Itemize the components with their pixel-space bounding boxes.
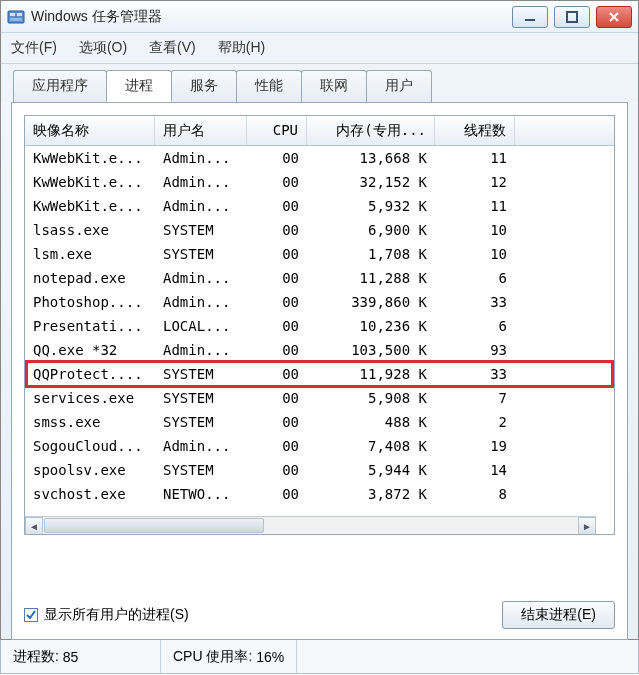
menu-help[interactable]: 帮助(H) bbox=[214, 37, 269, 59]
cell-thr: 11 bbox=[435, 196, 515, 216]
tab-applications[interactable]: 应用程序 bbox=[13, 70, 107, 102]
table-row[interactable]: SogouCloud...Admin...007,408 K19 bbox=[25, 434, 614, 458]
menu-file[interactable]: 文件(F) bbox=[7, 37, 61, 59]
end-process-button[interactable]: 结束进程(E) bbox=[502, 601, 615, 629]
close-button[interactable] bbox=[596, 6, 632, 28]
cell-thr: 33 bbox=[435, 364, 515, 384]
col-user[interactable]: 用户名 bbox=[155, 116, 247, 145]
cell-thr: 7 bbox=[435, 388, 515, 408]
cell-user: SYSTEM bbox=[155, 244, 247, 264]
scroll-track[interactable] bbox=[265, 517, 578, 534]
show-all-users-area[interactable]: 显示所有用户的进程(S) bbox=[24, 606, 189, 624]
svg-rect-5 bbox=[567, 12, 577, 22]
cell-cpu: 00 bbox=[247, 340, 307, 360]
cell-mem: 6,900 K bbox=[307, 220, 435, 240]
maximize-button[interactable] bbox=[554, 6, 590, 28]
titlebar[interactable]: Windows 任务管理器 bbox=[1, 1, 638, 33]
svg-rect-0 bbox=[8, 11, 24, 23]
cell-name: notepad.exe bbox=[25, 268, 155, 288]
cell-mem: 3,872 K bbox=[307, 484, 435, 504]
col-image-name[interactable]: 映像名称 bbox=[25, 116, 155, 145]
cell-thr: 8 bbox=[435, 484, 515, 504]
scroll-right-arrow[interactable]: ► bbox=[578, 517, 596, 535]
cell-user: Admin... bbox=[155, 196, 247, 216]
cell-name: KwWebKit.e... bbox=[25, 172, 155, 192]
cell-mem: 32,152 K bbox=[307, 172, 435, 192]
cell-cpu: 00 bbox=[247, 220, 307, 240]
tab-networking[interactable]: 联网 bbox=[301, 70, 367, 102]
cell-thr: 19 bbox=[435, 436, 515, 456]
status-cpu-usage: CPU 使用率: 16% bbox=[161, 640, 297, 673]
cell-cpu: 00 bbox=[247, 172, 307, 192]
cell-mem: 7,408 K bbox=[307, 436, 435, 456]
window-controls bbox=[512, 6, 632, 28]
statusbar: 进程数: 85 CPU 使用率: 16% bbox=[0, 640, 639, 674]
tabbar: 应用程序 进程 服务 性能 联网 用户 bbox=[1, 64, 638, 102]
table-row[interactable]: spoolsv.exeSYSTEM005,944 K14 bbox=[25, 458, 614, 482]
menu-options[interactable]: 选项(O) bbox=[75, 37, 131, 59]
col-memory[interactable]: 内存(专用... bbox=[307, 116, 435, 145]
cell-user: Admin... bbox=[155, 268, 247, 288]
table-body[interactable]: KwWebKit.e...Admin...0013,668 K11KwWebKi… bbox=[25, 146, 614, 506]
minimize-button[interactable] bbox=[512, 6, 548, 28]
cell-mem: 488 K bbox=[307, 412, 435, 432]
table-row[interactable]: KwWebKit.e...Admin...005,932 K11 bbox=[25, 194, 614, 218]
cell-name: QQ.exe *32 bbox=[25, 340, 155, 360]
col-cpu[interactable]: CPU bbox=[247, 116, 307, 145]
tab-performance[interactable]: 性能 bbox=[236, 70, 302, 102]
table-row[interactable]: Presentati...LOCAL...0010,236 K6 bbox=[25, 314, 614, 338]
cell-cpu: 00 bbox=[247, 364, 307, 384]
table-row[interactable]: QQProtect....SYSTEM0011,928 K33 bbox=[25, 362, 614, 386]
panel-bottom: 显示所有用户的进程(S) 结束进程(E) bbox=[24, 601, 615, 629]
table-row[interactable]: svchost.exeNETWO...003,872 K8 bbox=[25, 482, 614, 506]
cell-mem: 13,668 K bbox=[307, 148, 435, 168]
cell-cpu: 00 bbox=[247, 484, 307, 504]
cell-name: KwWebKit.e... bbox=[25, 148, 155, 168]
horizontal-scrollbar[interactable]: ◄ ► bbox=[25, 516, 596, 534]
table-row[interactable]: QQ.exe *32Admin...00103,500 K93 bbox=[25, 338, 614, 362]
cell-mem: 11,928 K bbox=[307, 364, 435, 384]
cell-name: Presentati... bbox=[25, 316, 155, 336]
scroll-thumb[interactable] bbox=[44, 518, 264, 533]
cell-thr: 6 bbox=[435, 316, 515, 336]
cell-cpu: 00 bbox=[247, 436, 307, 456]
cell-mem: 5,932 K bbox=[307, 196, 435, 216]
show-all-users-checkbox[interactable] bbox=[24, 608, 38, 622]
cell-thr: 11 bbox=[435, 148, 515, 168]
cell-mem: 5,944 K bbox=[307, 460, 435, 480]
menu-view[interactable]: 查看(V) bbox=[145, 37, 200, 59]
table-row[interactable]: services.exeSYSTEM005,908 K7 bbox=[25, 386, 614, 410]
cell-mem: 11,288 K bbox=[307, 268, 435, 288]
table-row[interactable]: KwWebKit.e...Admin...0032,152 K12 bbox=[25, 170, 614, 194]
cell-user: Admin... bbox=[155, 340, 247, 360]
table-row[interactable]: lsm.exeSYSTEM001,708 K10 bbox=[25, 242, 614, 266]
cell-name: KwWebKit.e... bbox=[25, 196, 155, 216]
table-row[interactable]: lsass.exeSYSTEM006,900 K10 bbox=[25, 218, 614, 242]
window-title: Windows 任务管理器 bbox=[31, 8, 162, 26]
table-header: 映像名称 用户名 CPU 内存(专用... 线程数 bbox=[25, 116, 614, 146]
table-row[interactable]: notepad.exeAdmin...0011,288 K6 bbox=[25, 266, 614, 290]
tab-users[interactable]: 用户 bbox=[366, 70, 432, 102]
tab-services[interactable]: 服务 bbox=[171, 70, 237, 102]
cell-thr: 6 bbox=[435, 268, 515, 288]
cell-cpu: 00 bbox=[247, 268, 307, 288]
scroll-left-arrow[interactable]: ◄ bbox=[25, 517, 43, 535]
table-row[interactable]: KwWebKit.e...Admin...0013,668 K11 bbox=[25, 146, 614, 170]
cell-cpu: 00 bbox=[247, 388, 307, 408]
table-row[interactable]: Photoshop....Admin...00339,860 K33 bbox=[25, 290, 614, 314]
cell-user: SYSTEM bbox=[155, 412, 247, 432]
tab-processes[interactable]: 进程 bbox=[106, 70, 172, 102]
cell-thr: 2 bbox=[435, 412, 515, 432]
cell-cpu: 00 bbox=[247, 148, 307, 168]
cell-mem: 339,860 K bbox=[307, 292, 435, 312]
svg-rect-2 bbox=[17, 13, 22, 16]
cell-cpu: 00 bbox=[247, 412, 307, 432]
table-row[interactable]: smss.exeSYSTEM00488 K2 bbox=[25, 410, 614, 434]
task-manager-window: Windows 任务管理器 文件(F) 选项(O) 查看(V) 帮助(H) 应用… bbox=[0, 0, 639, 640]
cell-user: SYSTEM bbox=[155, 364, 247, 384]
col-threads[interactable]: 线程数 bbox=[435, 116, 515, 145]
cell-mem: 103,500 K bbox=[307, 340, 435, 360]
cell-name: services.exe bbox=[25, 388, 155, 408]
cell-user: Admin... bbox=[155, 148, 247, 168]
cell-thr: 14 bbox=[435, 460, 515, 480]
